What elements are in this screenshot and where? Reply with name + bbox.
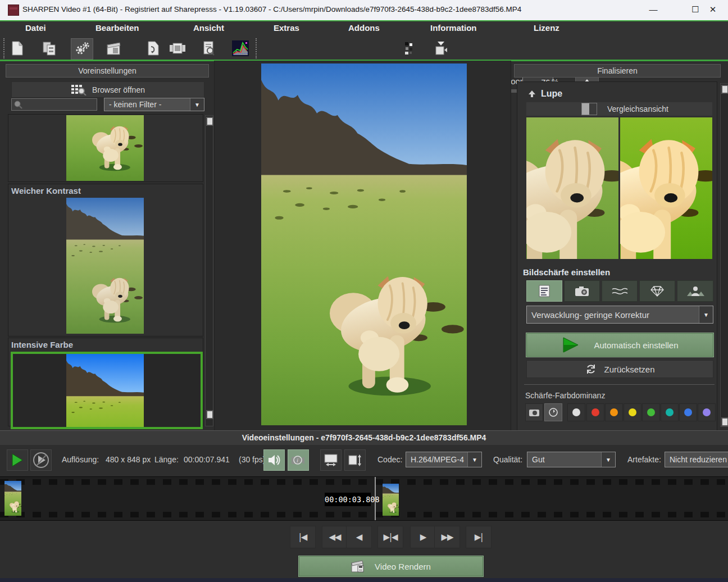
- preset-item[interactable]: Weicher Kontrast: [8, 184, 203, 337]
- play-to-cursor-button[interactable]: ▶|◀: [377, 526, 403, 548]
- finalize-scrollbar[interactable]: [720, 83, 728, 427]
- codec-dropdown[interactable]: H.264/MPEG-4 ▼: [406, 452, 482, 467]
- close-button[interactable]: ✕: [700, 0, 726, 19]
- color-dot-purple[interactable]: [703, 408, 711, 416]
- finalize-panel-header[interactable]: Finalisieren: [514, 64, 721, 78]
- menu-lizenz[interactable]: Lizenz: [534, 23, 559, 33]
- dominance-color-button[interactable]: [624, 403, 641, 421]
- filter-dropdown-arrow-icon[interactable]: ▼: [190, 98, 204, 111]
- dominance-auto-button[interactable]: [544, 403, 562, 421]
- dominance-color-button[interactable]: [586, 403, 604, 421]
- histogram-button[interactable]: [230, 38, 251, 58]
- tab-document[interactable]: [526, 280, 562, 302]
- color-dot-red[interactable]: [592, 408, 599, 416]
- preset-item-selected[interactable]: Intensive Farbe: [8, 338, 203, 426]
- tab-diamond[interactable]: [639, 280, 675, 302]
- dominance-color-button[interactable]: [698, 403, 716, 421]
- preset-search-input[interactable]: [11, 98, 97, 111]
- color-dot-orange[interactable]: [610, 408, 618, 416]
- fast-forward-button[interactable]: ▶▶: [434, 526, 460, 548]
- color-dot-green[interactable]: [647, 408, 655, 416]
- presets-panel-header[interactable]: Voreinstellungen: [6, 64, 209, 78]
- dominance-color-button[interactable]: [661, 403, 679, 421]
- resolution-value: 480 x 848 px: [106, 455, 151, 464]
- step-back-button[interactable]: ◀: [346, 526, 372, 548]
- diamond-icon: [650, 285, 664, 297]
- codec-dropdown-arrow-icon[interactable]: ▼: [467, 452, 481, 467]
- menu-extras[interactable]: Extras: [274, 23, 299, 33]
- quality-dropdown-arrow-icon[interactable]: ▼: [601, 452, 615, 467]
- compare-toggle[interactable]: [581, 103, 597, 115]
- dominance-color-button[interactable]: [642, 403, 660, 421]
- timeline-filmstrip[interactable]: 00:00:03.808: [0, 476, 728, 521]
- video-preview[interactable]: [261, 63, 467, 425]
- export-document-button[interactable]: [143, 38, 165, 58]
- go-start-button[interactable]: |◀: [290, 526, 316, 548]
- clapperboard-icon: [106, 40, 121, 56]
- render-video-button[interactable]: Video Rendern: [299, 556, 483, 576]
- open-browser-label: Browser öffnen: [92, 85, 145, 94]
- tab-waves[interactable]: [602, 280, 638, 302]
- menu-ansicht[interactable]: Ansicht: [193, 23, 224, 33]
- color-dot-yellow[interactable]: [629, 408, 636, 416]
- presets-scrollbar-thumb[interactable]: [206, 117, 213, 126]
- tab-portrait[interactable]: [677, 280, 713, 302]
- preset-filter-value: - keinen Filter -: [104, 100, 190, 109]
- reset-label: Zurücksetzen: [604, 365, 654, 374]
- menu-bearbeiten[interactable]: Bearbeiten: [95, 23, 139, 33]
- refresh-icon: [585, 363, 597, 375]
- preset-item[interactable]: [8, 114, 203, 182]
- zoom-out-button[interactable]: [431, 38, 449, 58]
- correction-dropdown[interactable]: Verwacklung- geringe Korrektur ▼: [526, 306, 713, 324]
- finalize-scrollbar-thumb[interactable]: [721, 85, 728, 94]
- reset-button[interactable]: Zurücksetzen: [526, 360, 713, 378]
- color-dot-white[interactable]: [572, 408, 580, 416]
- menu-information[interactable]: Information: [430, 23, 477, 33]
- resize-width-button[interactable]: [320, 449, 342, 471]
- toolbar-separator: [3, 38, 4, 58]
- camera-info-icon: i: [291, 453, 306, 467]
- play-circle-icon: [33, 452, 49, 469]
- menu-addons[interactable]: Addons: [348, 23, 380, 33]
- preset-thumbnail: [66, 115, 144, 181]
- detail-view-button[interactable]: [399, 38, 420, 58]
- dominance-color-button[interactable]: [605, 403, 623, 421]
- lupe-after-image: [620, 117, 712, 259]
- open-browser-button[interactable]: Browser öffnen: [11, 81, 204, 98]
- timeline-playhead[interactable]: [375, 477, 376, 520]
- dominance-source-button[interactable]: [525, 403, 543, 421]
- lupe-section-header[interactable]: Lupe: [527, 89, 562, 99]
- video-info-button[interactable]: i: [288, 449, 309, 471]
- copy-button[interactable]: [39, 38, 60, 58]
- quality-dropdown[interactable]: Gut ▼: [527, 452, 616, 467]
- step-forward-button[interactable]: ▶: [410, 526, 436, 548]
- correction-dropdown-arrow-icon[interactable]: ▼: [699, 306, 713, 323]
- audio-button[interactable]: [263, 449, 285, 471]
- color-dot-teal[interactable]: [666, 408, 674, 416]
- color-dot-blue[interactable]: [684, 408, 692, 416]
- auto-adjust-button[interactable]: Automatisch einstellen: [526, 333, 713, 357]
- clapperboard-button[interactable]: [103, 38, 124, 58]
- settings-button[interactable]: [71, 38, 93, 60]
- film-frame-button[interactable]: [167, 38, 188, 58]
- app-icon: [8, 4, 19, 16]
- dominance-color-button[interactable]: [567, 403, 585, 421]
- dominance-color-button[interactable]: [679, 403, 697, 421]
- new-project-button[interactable]: [7, 38, 28, 58]
- timeline-thumbnail: [4, 481, 21, 516]
- go-end-button[interactable]: ▶|: [466, 526, 492, 548]
- timeline-thumbnail: [383, 484, 399, 516]
- play-button[interactable]: [7, 449, 28, 471]
- presets-scrollbar-thumb[interactable]: [206, 410, 213, 419]
- artifacts-dropdown[interactable]: Nicht reduzieren: [665, 452, 728, 467]
- presets-scrollbar[interactable]: [205, 115, 213, 426]
- inspect-document-button[interactable]: [198, 38, 220, 58]
- finalize-scrollbar-thumb[interactable]: [721, 417, 728, 426]
- preset-filter-dropdown[interactable]: - keinen Filter - ▼: [104, 98, 204, 111]
- menu-datei[interactable]: Datei: [25, 23, 46, 33]
- resize-height-button[interactable]: [344, 449, 366, 471]
- tab-camera[interactable]: [564, 280, 600, 302]
- rewind-button[interactable]: ◀◀: [322, 526, 348, 548]
- play-compare-button[interactable]: [30, 449, 52, 471]
- minimize-button[interactable]: —: [640, 0, 666, 19]
